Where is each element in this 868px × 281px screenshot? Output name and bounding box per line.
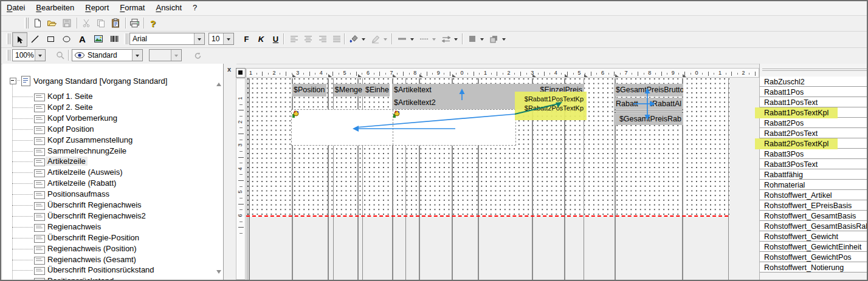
- toolbar-grip[interactable]: [6, 33, 10, 44]
- line-tool-button[interactable]: [28, 32, 42, 46]
- line-style-button[interactable]: [417, 32, 431, 46]
- field-list-item-rabzuschl2[interactable]: RabZuschl2: [760, 76, 868, 87]
- field-list-item-rabatt2postextkpl[interactable]: Rabatt2PosTextKpl: [760, 138, 868, 149]
- image-tool-button[interactable]: [91, 32, 105, 46]
- scroll-up-arrow[interactable]: [216, 80, 221, 86]
- sidebar-item-kopf-vorbemerkung[interactable]: Kopf Vorbemerkung: [47, 113, 117, 123]
- font-family-dropdown-button[interactable]: [194, 33, 204, 44]
- toolbar-grip[interactable]: [124, 33, 128, 44]
- cut-button[interactable]: [79, 16, 93, 30]
- sidebar-item-artikelzeile-ausweis-[interactable]: Artikelzeile (Ausweis): [47, 168, 123, 177]
- font-family-combo[interactable]: Arial: [129, 33, 205, 45]
- field-list-item-rohmaterial[interactable]: Rohmaterial: [760, 180, 868, 190]
- report-field-position[interactable]: $Position: [292, 84, 326, 96]
- field-marker-icon[interactable]: [292, 110, 300, 118]
- text-tool-button[interactable]: A: [75, 32, 89, 46]
- report-field-gesamtpreisbrutto[interactable]: $GesamtPreisBrutto: [614, 84, 683, 96]
- sidebar-item-regienachweis-gesamt-[interactable]: Regienachweis (Gesamt): [47, 255, 136, 264]
- refresh-button[interactable]: [191, 49, 205, 62]
- sidebar-item-kopf-2-seite[interactable]: Kopf 2. Seite: [47, 103, 92, 112]
- menu-item-datei[interactable]: Datei: [1, 1, 30, 12]
- sidebar-item-artikelzeile-rabatt-[interactable]: Artikelzeile (Rabatt): [47, 178, 116, 188]
- menu-item-format[interactable]: Format: [114, 1, 150, 12]
- field-list-item-rohstoffwert_artikel[interactable]: Rohstoffwert_Artikel: [760, 190, 868, 200]
- open-button[interactable]: [45, 16, 59, 30]
- pen-color-button[interactable]: [368, 32, 382, 46]
- copy-button[interactable]: [94, 16, 108, 30]
- sidebar-item--berschrift-regienachweis[interactable]: Überschrift Regienachweis: [47, 200, 142, 209]
- view-mode-dropdown-button[interactable]: [132, 50, 142, 61]
- align-left-button[interactable]: [287, 32, 301, 46]
- field-list-item-rabatt1postextkpl[interactable]: Rabatt1PosTextKpl: [760, 107, 868, 118]
- new-document-button[interactable]: [30, 16, 44, 30]
- fill-box-button[interactable]: [465, 32, 479, 46]
- report-field-menge[interactable]: $Menge: [334, 84, 364, 96]
- field-list-item-rohstoffwert_gewichteinheit[interactable]: Rohstoffwert_GewichtEinheit: [760, 242, 868, 252]
- font-size-dropdown-button[interactable]: [223, 33, 233, 44]
- underline-button[interactable]: U: [269, 32, 283, 46]
- zoom-combo[interactable]: 100%: [12, 49, 46, 61]
- sidebar-item--berschrift-positionsr-ckstand[interactable]: Überschrift Positionsrückstand: [47, 265, 154, 274]
- fill-color-dropdown-button[interactable]: [360, 33, 367, 45]
- menu-item-report[interactable]: Report: [80, 1, 114, 12]
- sidebar-item-positionsr-ckstand[interactable]: Positionsrückstand: [47, 276, 114, 281]
- field-list-item-rohstoffwert_gesamtbasisrab[interactable]: Rohstoffwert_GesamtBasisRab: [760, 221, 868, 231]
- field-list-item-rohstoffwert_epreisbasis[interactable]: Rohstoffwert_EPreisBasis: [760, 200, 868, 211]
- arrow-style-dropdown-button[interactable]: [452, 33, 460, 45]
- italic-button[interactable]: K: [254, 32, 268, 46]
- design-surface[interactable]: $Position$Menge$Einhe$Artikeltext$Einzel…: [246, 78, 759, 280]
- sidebar-item-artikelzeile[interactable]: Artikelzeile: [46, 157, 88, 166]
- save-button[interactable]: [60, 16, 74, 30]
- ellipse-tool-button[interactable]: [60, 32, 74, 46]
- tree-root-label[interactable]: Vorgang Standard [Vorgang Standard]: [33, 76, 167, 86]
- zoom-tool-button[interactable]: [53, 49, 67, 62]
- menu-item-?[interactable]: ?: [187, 1, 202, 12]
- sidebar-item-regienachweis[interactable]: Regienachweis: [47, 222, 101, 231]
- report-field-artikeltext2[interactable]: $Artikeltext2: [392, 96, 532, 109]
- selection-box[interactable]: [291, 109, 516, 146]
- sidebar-item-kopf-1-seite[interactable]: Kopf 1. Seite: [47, 92, 92, 101]
- field-list-item-rabattfähig[interactable]: Rabattfähig: [760, 169, 868, 180]
- fill-color-button[interactable]: [346, 32, 360, 46]
- field-list-item-rabatt3postext[interactable]: Rabatt3PosText: [760, 159, 868, 169]
- scroll-down-arrow[interactable]: [216, 270, 221, 276]
- shadow-box-button[interactable]: [487, 32, 501, 46]
- field-list-item-rabatt1postext[interactable]: Rabatt1PosText: [760, 97, 868, 107]
- align-justify-button[interactable]: [329, 32, 343, 46]
- line-style-dropdown-button[interactable]: [430, 33, 438, 45]
- empty-combo-dropdown-button[interactable]: [171, 50, 181, 61]
- report-field-rabatt[interactable]: RabatttRabattAl: [614, 98, 683, 109]
- field-list-item-rabatt3pos[interactable]: Rabatt3Pos: [760, 149, 868, 159]
- ruler-corner-button[interactable]: [236, 68, 246, 78]
- field-list-item-rabatt1pos[interactable]: Rabatt1Pos: [760, 87, 868, 97]
- field-list-item-rabatt2postext[interactable]: Rabatt2PosText: [760, 128, 868, 138]
- line-width-dropdown-button[interactable]: [408, 33, 416, 45]
- tree-expander-icon[interactable]: [10, 78, 16, 84]
- menu-item-ansicht[interactable]: Ansicht: [150, 1, 187, 12]
- fill-box-dropdown-button[interactable]: [478, 33, 486, 45]
- print-button[interactable]: [128, 16, 142, 30]
- sidebar-item-regienachweis-position-[interactable]: Regienachweis (Position): [47, 244, 137, 253]
- help-button[interactable]: ?: [146, 16, 160, 30]
- barcode-tool-button[interactable]: [107, 32, 121, 46]
- highlighted-field-text[interactable]: $Rabatt2PosTextKp: [525, 104, 584, 112]
- field-marker-icon[interactable]: [393, 110, 401, 118]
- field-list-item-rohstoffwert_gesamtbasis[interactable]: Rohstoffwert_GesamtBasis: [760, 211, 868, 221]
- menu-item-bearbeiten[interactable]: Bearbeiten: [30, 1, 80, 12]
- sidebar-item-positionsaufmass[interactable]: Positionsaufmass: [47, 189, 109, 198]
- report-field-einhe[interactable]: $Einhe: [363, 84, 390, 96]
- empty-combo[interactable]: [149, 49, 182, 61]
- zoom-dropdown-button[interactable]: [35, 50, 45, 61]
- paste-button[interactable]: [108, 16, 122, 30]
- shadow-box-dropdown-button[interactable]: [500, 33, 508, 45]
- pen-color-dropdown-button[interactable]: [382, 33, 389, 45]
- field-list-item-rohstoffwert_notierung[interactable]: Rohstoffwert_Notierung: [760, 262, 868, 273]
- arrow-style-button[interactable]: [439, 32, 453, 46]
- align-center-button[interactable]: [301, 32, 315, 46]
- font-size-combo[interactable]: 10: [208, 33, 234, 45]
- sidebar-item--berschrift-regie-position[interactable]: Überschrift Regie-Position: [47, 233, 139, 242]
- rectangle-tool-button[interactable]: [44, 32, 58, 46]
- toolbar-grip[interactable]: [24, 18, 29, 29]
- bold-button[interactable]: F: [239, 32, 253, 46]
- select-tool-button[interactable]: [12, 32, 27, 47]
